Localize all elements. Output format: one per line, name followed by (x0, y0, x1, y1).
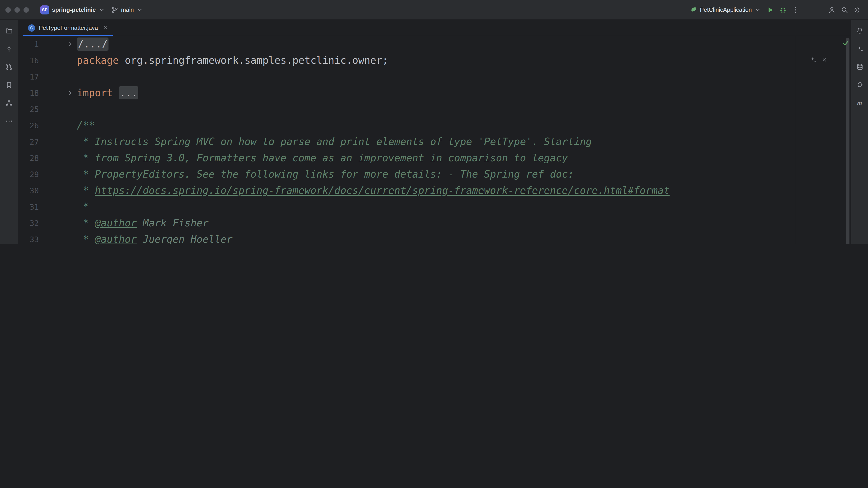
code-line: 30 * https://docs.spring.io/spring-frame… (18, 183, 851, 199)
code-text[interactable]: package org.springframework.samples.petc… (77, 53, 851, 69)
line-number[interactable]: 27 (18, 134, 41, 150)
database-button[interactable] (851, 58, 868, 76)
gutter (41, 69, 77, 85)
vertical-scrollbar[interactable] (846, 38, 849, 244)
code-text[interactable] (77, 101, 851, 118)
project-logo: SP (40, 5, 49, 14)
close-window-button[interactable] (5, 7, 11, 12)
line-number[interactable]: 32 (18, 215, 41, 231)
code-token: * from Spring 3.0, Formatters have come … (77, 152, 568, 164)
line-number[interactable]: 33 (18, 231, 41, 244)
editor[interactable]: 1/.../16package org.springframework.samp… (18, 36, 851, 244)
gutter (41, 215, 77, 231)
code-text[interactable] (77, 69, 851, 85)
notifications-button[interactable] (851, 22, 868, 40)
minimize-window-button[interactable] (14, 7, 20, 12)
line-number[interactable]: 29 (18, 166, 41, 183)
line-number[interactable]: 31 (18, 199, 41, 215)
commit-button[interactable] (1, 40, 17, 58)
code-text[interactable]: * @author Juergen Hoeller (77, 231, 851, 244)
project-button[interactable] (1, 22, 17, 40)
code-text[interactable]: /.../ (77, 36, 851, 53)
code-token: @author (95, 234, 137, 244)
maven-icon: m (857, 99, 862, 107)
code-text[interactable]: * from Spring 3.0, Formatters have come … (77, 150, 851, 166)
structure-button[interactable] (1, 94, 17, 112)
run-button[interactable] (764, 3, 777, 16)
fold-chevron-icon[interactable] (67, 90, 73, 96)
code-text[interactable]: * https://docs.spring.io/spring-framewor… (77, 183, 851, 199)
code-line: 25 (18, 101, 851, 118)
branch-widget[interactable]: main (108, 4, 146, 15)
structure-icon (5, 99, 12, 107)
code-text[interactable]: * @author Mark Fisher (77, 215, 851, 231)
search-everywhere-button[interactable] (838, 3, 851, 16)
code-line: 18import ... (18, 85, 851, 101)
gutter (41, 36, 77, 53)
bookmarks-icon (5, 81, 12, 89)
code-with-me-button[interactable] (826, 3, 838, 16)
ai-icon[interactable] (810, 56, 817, 63)
code-token: import (77, 87, 113, 98)
more-actions-button[interactable] (789, 3, 802, 16)
line-number[interactable]: 1 (18, 36, 41, 53)
code-token: * (77, 234, 95, 244)
user-icon (828, 6, 835, 13)
bug-icon (779, 6, 786, 13)
editor-tab[interactable]: CPetTypeFormatter.java (23, 20, 113, 36)
code-token: /.../ (77, 37, 108, 51)
code-token: * PropertyEditors. See the following lin… (77, 168, 574, 180)
code-text[interactable]: * (77, 199, 851, 215)
project-name: spring-petclinic (52, 6, 96, 13)
run-configuration-widget[interactable]: PetClinicApplication (687, 4, 764, 15)
project-widget[interactable]: SP spring-petclinic (37, 3, 108, 16)
editor-tabbar: CPetTypeFormatter.java (18, 20, 851, 36)
code-token: * (77, 217, 95, 229)
code-text[interactable]: /** (77, 118, 851, 134)
line-number[interactable]: 30 (18, 183, 41, 199)
code-text[interactable]: * PropertyEditors. See the following lin… (77, 166, 851, 183)
bookmarks-button[interactable] (1, 76, 17, 94)
maximize-window-button[interactable] (24, 7, 29, 12)
project-icon (5, 27, 12, 34)
ide-window: SP spring-petclinic main PetClinicApplic… (0, 0, 868, 244)
gutter (41, 101, 77, 118)
line-number[interactable]: 25 (18, 101, 41, 118)
left-toolbar-top (1, 22, 17, 130)
line-number[interactable]: 28 (18, 150, 41, 166)
java-class-icon: C (28, 24, 35, 31)
commit-icon (5, 45, 12, 53)
kebab-menu-icon (792, 6, 799, 13)
code-line: 31 * (18, 199, 851, 215)
ai-assistant-button[interactable] (851, 40, 868, 58)
close-icon[interactable] (822, 57, 827, 63)
gutter (41, 231, 77, 244)
search-icon (841, 6, 848, 13)
right-toolbar: m (851, 20, 868, 244)
code-line: 28 * from Spring 3.0, Formatters have co… (18, 150, 851, 166)
code-token (113, 87, 119, 98)
more-tool-windows-icon (5, 118, 12, 125)
line-number[interactable]: 17 (18, 69, 41, 85)
git-branch-icon (111, 6, 119, 13)
maven-button[interactable]: m (851, 94, 868, 112)
debug-button[interactable] (777, 3, 789, 16)
branch-name: main (121, 6, 134, 13)
code-token: * Instructs Spring MVC on how to parse a… (77, 136, 592, 147)
gear-icon (854, 6, 861, 13)
pull-requests-button[interactable] (1, 58, 17, 76)
line-number[interactable]: 18 (18, 85, 41, 101)
gutter (41, 183, 77, 199)
close-tab-button[interactable] (103, 25, 108, 31)
more-tool-windows-button[interactable] (1, 112, 17, 130)
gutter (41, 134, 77, 150)
notifications-icon (856, 27, 863, 34)
settings-button[interactable] (851, 3, 864, 16)
code-text[interactable]: import ... (77, 85, 851, 101)
line-number[interactable]: 16 (18, 53, 41, 69)
code-text[interactable]: * Instructs Spring MVC on how to parse a… (77, 134, 851, 150)
gradle-button[interactable] (851, 76, 868, 94)
database-icon (856, 63, 863, 70)
fold-chevron-icon[interactable] (67, 41, 73, 47)
line-number[interactable]: 26 (18, 118, 41, 134)
